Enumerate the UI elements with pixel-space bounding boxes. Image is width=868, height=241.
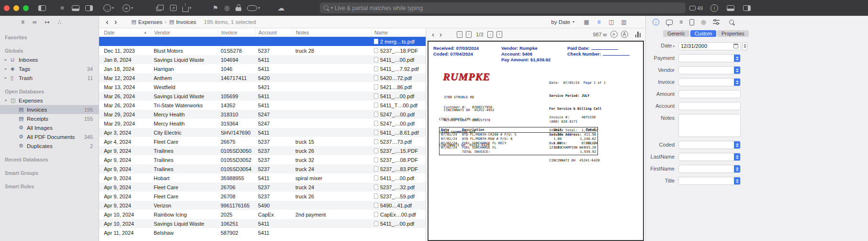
table-row[interactable]: Apr 9, 2024Fleet Care267085237truck 2652… [99, 192, 426, 201]
table-row[interactable]: Apr 9, 2024Fleet Care267065237truck 2452… [99, 183, 426, 192]
actions-menu-button[interactable]: …▾ [103, 2, 114, 14]
minimize-window-button[interactable] [13, 5, 19, 11]
table-row[interactable]: Apr 10, 2024Rainbow Icing2025CapEx2nd pa… [99, 210, 426, 219]
stepper-up-icon[interactable] [744, 44, 746, 46]
search-scope-chevron-icon[interactable]: ▾ [331, 6, 333, 10]
title-input[interactable] [679, 177, 734, 184]
view-cards-button[interactable]: ▥ [619, 18, 629, 26]
indent-icon[interactable]: ↦ [45, 19, 50, 25]
table-row[interactable]: Dec 11, 2023Blust Motors01S52785237truck… [99, 46, 426, 55]
loop-icon[interactable]: ∞ [33, 19, 37, 25]
pending-count-button[interactable]: 49 [689, 5, 703, 11]
pdf-document[interactable]: Received: 07/03/2024 Coded: 07/04/2024 V… [428, 41, 644, 241]
disclosure-triangle-icon[interactable]: ▸ [5, 67, 11, 71]
table-row[interactable]: Apr 9, 2024Trailines0105SD30505237truck … [99, 146, 426, 155]
column-header-vendor[interactable]: Vendor [151, 28, 218, 36]
sidebar-item-duplicates[interactable]: ⚙Duplicates2 [0, 141, 99, 150]
table-row[interactable]: Mar 29, 2024Mercy Health31936452475247_…… [99, 119, 426, 128]
view-icons-button[interactable]: ▦ [581, 18, 592, 26]
notes-textarea[interactable] [678, 114, 741, 137]
table-row[interactable]: Apr 11, 2024Belshaw5879025411 [99, 228, 426, 237]
duplicate-button[interactable] [153, 2, 163, 14]
column-header-notes[interactable]: Notes [293, 28, 371, 36]
invoice-input[interactable] [679, 79, 734, 86]
table-row[interactable]: Apr 9, 2024Trailines0105SD30545237truck … [99, 164, 426, 173]
document-tab-button[interactable] [689, 19, 694, 25]
table-row[interactable]: 2 merg…ts.pdf [99, 37, 426, 46]
contents-tab-button[interactable]: ≡ [679, 19, 683, 25]
sidebar-item-inboxes[interactable]: ▸⊔Inboxes [0, 55, 99, 64]
combo-dropdown-button[interactable] [734, 153, 740, 161]
view-list-button[interactable]: ≡ [594, 18, 604, 26]
table-row[interactable]: Mar 12, 2024Anthem14671741154205420…72.p… [99, 73, 426, 82]
table-row[interactable]: Jan 18, 2024Harrigan104654115411_…7.92.p… [99, 64, 426, 73]
increase-text-size-icon[interactable]: A [621, 31, 628, 38]
table-row[interactable]: Jan 8, 2024Savings Liquid Waste104694541… [99, 55, 426, 64]
vendor-input[interactable] [679, 67, 734, 74]
last-page-icon[interactable]: ↑ [496, 31, 502, 38]
stepper-down-icon[interactable] [744, 46, 746, 48]
lastname-input[interactable] [679, 153, 734, 161]
table-row[interactable]: Apr 9, 2024Hobart359889555411spiral mixe… [99, 173, 426, 183]
search-field[interactable]: ▾ [320, 2, 686, 13]
view-widescreen-button[interactable] [84, 2, 94, 14]
chevron-down-icon[interactable]: ▾ [673, 45, 675, 48]
combo-dropdown-button[interactable] [734, 55, 740, 62]
combo-dropdown-button[interactable] [734, 177, 740, 184]
tab-generic[interactable]: Generic [663, 30, 689, 37]
firstname-input[interactable] [679, 165, 734, 172]
breadcrumb-item-expenses[interactable]: ▤Expenses [131, 19, 162, 25]
sort-dropdown[interactable]: by Date▾ [551, 19, 575, 25]
sidebar-item-receipts[interactable]: ▤Receipts155 [0, 114, 99, 123]
date-field[interactable]: 12/31/2000 [678, 42, 741, 50]
combo-dropdown-button[interactable] [734, 165, 740, 172]
info-tab-button[interactable]: i [653, 19, 659, 25]
table-row[interactable]: Apr 4, 2024Fleet Care266755237truck 1552… [99, 137, 426, 146]
column-header-date[interactable]: Date▲ [99, 28, 151, 36]
sync-button[interactable]: ☁ [276, 2, 286, 14]
column-header-name[interactable]: Name [371, 28, 426, 36]
flag-button[interactable]: ⚑ [211, 2, 220, 14]
coded-input[interactable] [679, 141, 734, 149]
toggle-sidebar-button[interactable] [37, 2, 47, 14]
table-row[interactable]: Apr 10, 2024Savings Liquid Waste10625154… [99, 219, 426, 228]
account-input[interactable] [678, 102, 741, 110]
sidebar-item-tags[interactable]: ▸◈Tags34 [0, 64, 99, 73]
share-button[interactable]: ▾ [182, 2, 192, 14]
lock-button[interactable] [234, 2, 243, 14]
filters-tab-button[interactable] [713, 19, 720, 25]
concordance-tab-button[interactable]: ◎ [701, 19, 706, 25]
table-row[interactable]: Mar 29, 2024Mercy Health31831052475247_…… [99, 110, 426, 119]
sidebar-item-invoices[interactable]: ▤Invoices195 [0, 105, 99, 114]
toggle-inspector-button[interactable] [742, 2, 752, 14]
payment-input[interactable] [679, 55, 734, 62]
disclosure-triangle-icon[interactable]: ▸ [5, 57, 11, 62]
view-split-button[interactable] [71, 2, 80, 14]
sidebar-item-all-pdf-documents[interactable]: ⚙All PDF Documents345 [0, 132, 99, 141]
mark-button[interactable]: ◎ [222, 2, 232, 14]
scatter-dots-icon[interactable]: ∴ [58, 19, 62, 25]
first-page-icon[interactable]: ↓ [487, 31, 493, 38]
date-stepper[interactable] [742, 42, 747, 50]
sidebar-item-expenses[interactable]: ▾◫Expenses [0, 96, 99, 105]
table-row[interactable]: Apr 9, 2024Verizon996117616554905490…41.… [99, 201, 426, 210]
table-row[interactable]: Mar 26, 2024Savings Liquid Waste10569954… [99, 92, 426, 101]
search-inspector-icon[interactable] [729, 19, 735, 25]
column-header-invoice[interactable]: Invoice [218, 28, 255, 36]
tab-custom[interactable]: Custom [690, 30, 716, 37]
tab-properties[interactable]: Properties [717, 30, 749, 37]
page-down-icon[interactable]: ↓ [457, 31, 462, 38]
decrease-text-size-icon[interactable]: A [610, 31, 618, 38]
close-window-button[interactable] [4, 5, 10, 11]
bar-chart-icon[interactable] [635, 32, 641, 37]
disclosure-triangle-icon[interactable]: ▾ [5, 98, 11, 103]
combo-dropdown-button[interactable] [734, 141, 740, 149]
disclosure-triangle-icon[interactable]: ▸ [5, 76, 11, 80]
table-row[interactable]: Mar 13, 2024Westfield54215421…86.pdf [99, 82, 426, 92]
new-item-button[interactable]: +▾ [123, 2, 133, 14]
calendar-icon[interactable] [733, 44, 738, 48]
label-menu-button[interactable]: ▾ [247, 2, 260, 14]
bullet-list-icon[interactable]: ≡ [21, 19, 24, 25]
open-externally-button[interactable]: ↗ [169, 2, 178, 14]
table-row[interactable]: Apr 9, 2024Trailines0105SD30525237truck … [99, 155, 426, 164]
